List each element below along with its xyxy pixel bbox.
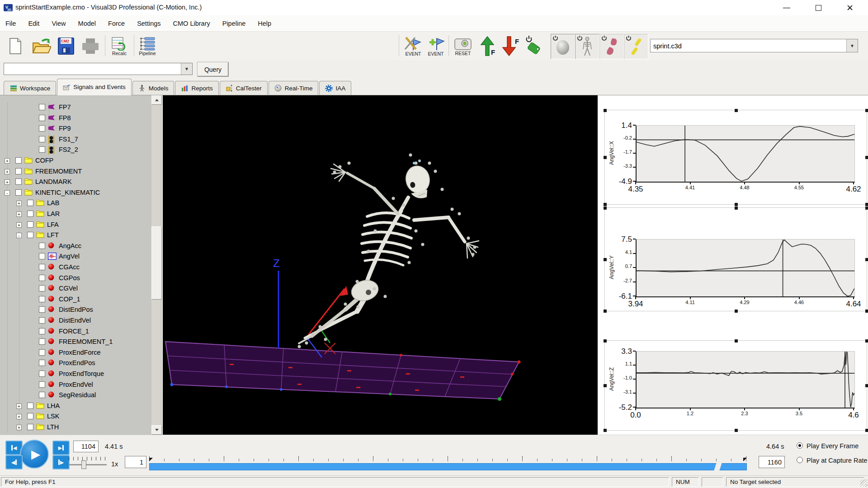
resize-handle[interactable] xyxy=(604,339,607,343)
tree-item-segresidual[interactable]: SegResidual xyxy=(0,390,152,401)
menu-settings[interactable]: Settings xyxy=(137,20,160,27)
checkbox-cgpos[interactable] xyxy=(39,275,45,281)
tab-reports[interactable]: Reports xyxy=(175,81,218,95)
expand-icon[interactable]: + xyxy=(16,404,22,409)
scroll-up-icon[interactable] xyxy=(151,95,162,105)
tree-item-lsk[interactable]: +LSK xyxy=(0,411,152,422)
tree-item-lft[interactable]: -LFT xyxy=(0,230,152,241)
checkbox-freemoment[interactable] xyxy=(15,168,22,174)
tree-item-distendpos[interactable]: DistEndPos xyxy=(0,305,152,315)
plot-area[interactable] xyxy=(636,125,855,183)
resize-handle[interactable] xyxy=(735,339,738,343)
resize-handle[interactable] xyxy=(604,429,607,432)
menu-model[interactable]: Model xyxy=(78,20,96,27)
menu-cmo-library[interactable]: CMO Library xyxy=(173,20,210,27)
checkbox-lft[interactable] xyxy=(27,232,33,238)
tree-item-cofp[interactable]: +COFP xyxy=(0,155,152,166)
tree-item-fp8[interactable]: FP8 xyxy=(0,113,152,124)
menu-edit[interactable]: Edit xyxy=(28,20,39,27)
tree-item-lab[interactable]: +LAB xyxy=(0,198,152,209)
close-button[interactable]: ✕ xyxy=(837,0,863,15)
play-button[interactable]: ▶ xyxy=(20,440,49,469)
resize-handle[interactable] xyxy=(604,109,607,112)
resize-handle[interactable] xyxy=(865,429,868,432)
chart-angvel-y[interactable]: AngVel::Y7.54.10.7-2.7-6.13.944.114.294.… xyxy=(604,207,867,311)
chevron-down-icon[interactable]: ▼ xyxy=(846,39,858,52)
checkbox-lfa[interactable] xyxy=(27,221,33,228)
print-button[interactable] xyxy=(79,33,102,59)
tab-iaa[interactable]: IAA xyxy=(319,81,351,95)
tree-item-angacc[interactable]: AngAcc xyxy=(0,241,152,252)
current-frame-field[interactable]: 1104 xyxy=(73,441,99,452)
tree-item-lha[interactable]: +LHA xyxy=(0,401,152,412)
query-input[interactable] xyxy=(6,64,179,75)
recalc-button[interactable]: Recalc xyxy=(108,33,131,59)
end-frame-field[interactable]: 1160 xyxy=(759,456,785,468)
checkbox-distendpos[interactable] xyxy=(39,306,45,313)
checkbox-cgvel[interactable] xyxy=(39,285,45,291)
tree-item-fp9[interactable]: FP9 xyxy=(0,123,152,134)
expand-icon[interactable]: + xyxy=(16,414,22,419)
tree-scrollbar[interactable] xyxy=(151,95,161,435)
resize-handle[interactable] xyxy=(604,156,607,159)
expand-icon[interactable]: + xyxy=(5,158,10,164)
tree-item-proxendpos[interactable]: ProxEndPos xyxy=(0,358,152,369)
checkbox-cofp[interactable] xyxy=(15,157,22,164)
resize-handle[interactable] xyxy=(735,429,738,432)
scroll-down-icon[interactable] xyxy=(151,425,162,435)
menu-file[interactable]: File xyxy=(5,20,16,27)
resize-handle[interactable] xyxy=(865,206,868,210)
checkbox-force_1[interactable] xyxy=(39,328,45,334)
resize-handle[interactable] xyxy=(865,258,868,261)
tab-caltester[interactable]: CalTester xyxy=(220,81,268,95)
checkbox-cop_1[interactable] xyxy=(39,296,45,302)
last-frame-button[interactable]: ▶ xyxy=(52,441,70,455)
chevron-down-icon[interactable]: ▼ xyxy=(181,63,192,75)
speed-slider[interactable] xyxy=(69,464,107,465)
tab-signals-and-events[interactable]: Signals and Events xyxy=(57,79,132,95)
tree-item-fp7[interactable]: FP7 xyxy=(0,102,152,113)
radio-play-every-frame[interactable] xyxy=(797,442,803,449)
menu-force[interactable]: Force xyxy=(108,20,125,27)
query-button[interactable]: Query xyxy=(198,62,228,76)
resize-handle[interactable] xyxy=(735,203,738,206)
checkbox-landmark[interactable] xyxy=(15,178,22,185)
chart-angvel-x[interactable]: AngVel::X1.4-0.2-1.7-3.3-4.94.354.414.48… xyxy=(604,110,867,205)
reset-button[interactable]: RESET xyxy=(451,33,475,59)
expand-icon[interactable]: + xyxy=(16,211,22,217)
maximize-button[interactable] xyxy=(806,0,831,15)
tree-item-proxendforce[interactable]: ProxEndForce xyxy=(0,347,152,358)
scrollbar-thumb[interactable] xyxy=(151,226,162,300)
resize-handle[interactable] xyxy=(865,203,868,206)
tree-item-cgpos[interactable]: CGPos xyxy=(0,273,152,284)
timeline-end-marker[interactable] xyxy=(743,458,747,461)
checkbox-angvel[interactable] xyxy=(39,253,45,259)
tree-item-distendvel[interactable]: DistEndVel xyxy=(0,315,152,326)
tree-item-lth[interactable]: +LTH xyxy=(0,422,152,433)
checkbox-fs1_7[interactable] xyxy=(39,136,45,142)
resize-handle[interactable] xyxy=(865,156,868,159)
chart-angvel-z[interactable]: AngVel::Z3.31.1-1.0-3.1-5.20.01.22.33.54… xyxy=(604,340,867,431)
open-file-button[interactable] xyxy=(30,33,53,59)
checkbox-angacc[interactable] xyxy=(39,243,45,249)
expand-icon[interactable]: + xyxy=(5,179,10,185)
new-file-button[interactable] xyxy=(4,33,27,59)
resize-handle[interactable] xyxy=(865,339,868,343)
checkbox-proxendvel[interactable] xyxy=(39,381,45,388)
checkbox-proxendforce[interactable] xyxy=(39,349,45,356)
tree-item-angvel[interactable]: AngVel xyxy=(0,251,152,262)
add-event-button[interactable]: EVENT xyxy=(424,33,448,59)
forward-frames-button[interactable]: F xyxy=(476,33,499,59)
resize-handle[interactable] xyxy=(604,384,607,387)
expand-icon[interactable]: + xyxy=(5,169,10,174)
toggle-com-button[interactable] xyxy=(624,34,648,59)
tab-models[interactable]: Models xyxy=(132,81,175,95)
tab-workspace[interactable]: Workspace xyxy=(4,81,56,95)
step-forward-button[interactable]: ▶ xyxy=(52,455,70,469)
checkbox-lar[interactable] xyxy=(27,211,33,217)
viewport-3d[interactable]: Z xyxy=(163,95,598,435)
tree-item-cgacc[interactable]: CGAcc xyxy=(0,262,152,273)
motion-file-combo[interactable]: ▼ xyxy=(650,39,858,52)
timeline-bar[interactable] xyxy=(149,463,747,470)
checkbox-kinetic_kinematic[interactable] xyxy=(15,189,22,196)
